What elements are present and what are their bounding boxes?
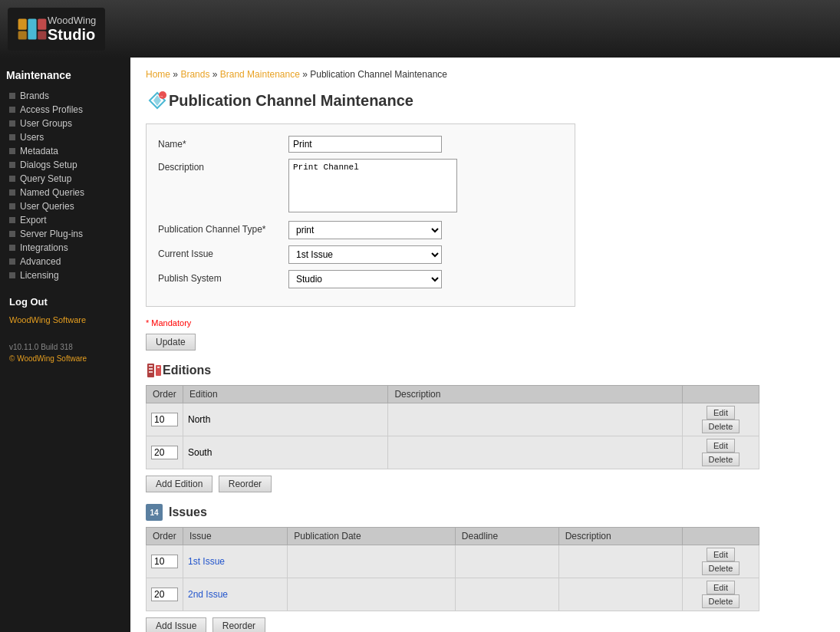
add-edition-button[interactable]: Add Edition xyxy=(146,476,212,492)
page-title: Publication Channel Maintenance xyxy=(169,92,413,110)
editions-icon xyxy=(146,362,163,379)
editions-col-order: Order xyxy=(147,386,183,403)
main-content: Home » Brands » Brand Maintenance » Publ… xyxy=(130,58,840,632)
edition-edit-button-2[interactable]: Edit xyxy=(707,439,735,453)
sidebar-item-access-profiles[interactable]: Access Profiles xyxy=(6,103,124,117)
svg-rect-10 xyxy=(149,365,153,367)
name-label: Name* xyxy=(158,136,288,150)
publish-system-label: Publish System xyxy=(158,270,288,284)
table-row: North Edit Delete xyxy=(147,403,759,436)
edition-desc-cell-2 xyxy=(388,436,683,469)
version-text: v10.11.0 Build 318 xyxy=(6,341,124,353)
breadcrumb-home[interactable]: Home xyxy=(146,69,170,80)
breadcrumb-current: Publication Channel Maintenance xyxy=(310,69,447,80)
sidebar-item-users[interactable]: Users xyxy=(6,130,124,144)
publication-channel-icon: → xyxy=(146,89,169,112)
svg-rect-12 xyxy=(149,371,153,373)
edition-edit-button-1[interactable]: Edit xyxy=(707,406,735,420)
edition-delete-button-2[interactable]: Delete xyxy=(702,453,740,466)
page-title-area: → Publication Channel Maintenance xyxy=(146,89,825,112)
edition-name-cell-1: North xyxy=(183,403,388,436)
editions-title: Editions xyxy=(163,364,211,377)
editions-section-title-area: Editions xyxy=(146,362,825,379)
sidebar-item-metadata[interactable]: Metadata xyxy=(6,144,124,158)
description-row: Description Print Channel xyxy=(158,159,563,215)
issue-pubdate-cell-2 xyxy=(288,578,456,611)
channel-type-select[interactable]: print web app dps xyxy=(288,221,442,239)
issue-name-cell-1: 1st Issue xyxy=(183,545,288,578)
edition-name-cell-2: South xyxy=(183,436,388,469)
sidebar: Maintenance Brands Access Profiles User … xyxy=(0,58,130,632)
update-button[interactable]: Update xyxy=(146,334,196,351)
issue-actions-2: Edit Delete xyxy=(683,578,759,611)
issue-desc-cell-1 xyxy=(558,545,682,578)
bullet-icon xyxy=(9,176,15,182)
issue-edit-button-1[interactable]: Edit xyxy=(707,548,735,561)
add-issue-button[interactable]: Add Issue xyxy=(146,617,206,632)
bullet-icon xyxy=(9,93,15,99)
edition-desc-cell-1 xyxy=(388,403,683,436)
svg-rect-4 xyxy=(38,31,46,39)
reorder-issues-button[interactable]: Reorder xyxy=(212,617,265,632)
edition-order-input-1[interactable] xyxy=(151,413,178,426)
sidebar-item-user-queries[interactable]: User Queries xyxy=(6,199,124,213)
woodwing-logo-icon xyxy=(17,14,48,44)
current-issue-select[interactable]: 1st Issue 2nd Issue xyxy=(288,245,442,264)
table-row: 1st Issue Edit Delete xyxy=(147,545,759,578)
name-input[interactable] xyxy=(288,136,442,153)
reorder-editions-button[interactable]: Reorder xyxy=(219,476,272,492)
description-label: Description xyxy=(158,159,288,173)
issues-col-description: Description xyxy=(558,528,682,545)
sidebar-item-export[interactable]: Export xyxy=(6,213,124,227)
sidebar-item-dialogs-setup[interactable]: Dialogs Setup xyxy=(6,158,124,172)
bullet-icon xyxy=(9,107,15,113)
issue-deadline-cell-2 xyxy=(455,578,558,611)
editions-col-edition: Edition xyxy=(183,386,388,403)
issue-desc-cell-2 xyxy=(558,578,682,611)
sidebar-item-integrations[interactable]: Integrations xyxy=(6,241,124,255)
woodwing-software-link[interactable]: WoodWing Software xyxy=(6,314,124,326)
publish-system-select[interactable]: Studio None xyxy=(288,270,442,288)
sidebar-heading: Maintenance xyxy=(6,69,124,81)
bullet-icon xyxy=(9,120,15,127)
issues-title: Issues xyxy=(169,505,207,519)
editions-col-description: Description xyxy=(388,386,683,403)
edition-order-input-2[interactable] xyxy=(151,446,178,459)
sidebar-item-server-plugins[interactable]: Server Plug-ins xyxy=(6,227,124,241)
bullet-icon xyxy=(9,272,15,278)
description-textarea[interactable]: Print Channel xyxy=(288,159,457,212)
issue-order-input-1[interactable] xyxy=(151,555,178,568)
issue-order-input-2[interactable] xyxy=(151,588,178,601)
edition-delete-button-1[interactable]: Delete xyxy=(702,420,740,433)
issues-col-pubdate: Publication Date xyxy=(288,528,456,545)
name-row: Name* xyxy=(158,136,563,153)
bullet-icon xyxy=(9,258,15,265)
current-issue-row: Current Issue 1st Issue 2nd Issue xyxy=(158,245,563,264)
issue-pubdate-cell-1 xyxy=(288,545,456,578)
breadcrumb-brands[interactable]: Brands xyxy=(180,69,209,80)
svg-rect-1 xyxy=(18,31,27,39)
issue-delete-button-1[interactable]: Delete xyxy=(702,561,740,575)
table-row: 2nd Issue Edit Delete xyxy=(147,578,759,611)
channel-type-control: print web app dps xyxy=(288,221,563,239)
sidebar-item-query-setup[interactable]: Query Setup xyxy=(6,172,124,186)
header-logo: WoodWing Studio xyxy=(8,8,105,51)
issues-col-deadline: Deadline xyxy=(455,528,558,545)
current-issue-label: Current Issue xyxy=(158,245,288,259)
issues-section-title-area: 14 Issues xyxy=(146,504,825,521)
issue-edit-button-2[interactable]: Edit xyxy=(707,581,735,594)
svg-rect-11 xyxy=(149,368,153,370)
breadcrumb-brand-maintenance[interactable]: Brand Maintenance xyxy=(220,69,300,80)
logout-button[interactable]: Log Out xyxy=(6,294,124,310)
sidebar-item-brands[interactable]: Brands xyxy=(6,89,124,103)
logo-text-area: WoodWing Studio xyxy=(48,15,96,44)
issues-icon: 14 xyxy=(146,504,163,521)
channel-type-label: Publication Channel Type* xyxy=(158,221,288,235)
sidebar-item-licensing[interactable]: Licensing xyxy=(6,268,124,282)
sidebar-item-advanced[interactable]: Advanced xyxy=(6,255,124,268)
sidebar-item-named-queries[interactable]: Named Queries xyxy=(6,186,124,199)
sidebar-item-user-groups[interactable]: User Groups xyxy=(6,117,124,130)
issues-col-actions xyxy=(683,528,759,545)
issue-delete-button-2[interactable]: Delete xyxy=(702,594,740,608)
table-row: South Edit Delete xyxy=(147,436,759,469)
